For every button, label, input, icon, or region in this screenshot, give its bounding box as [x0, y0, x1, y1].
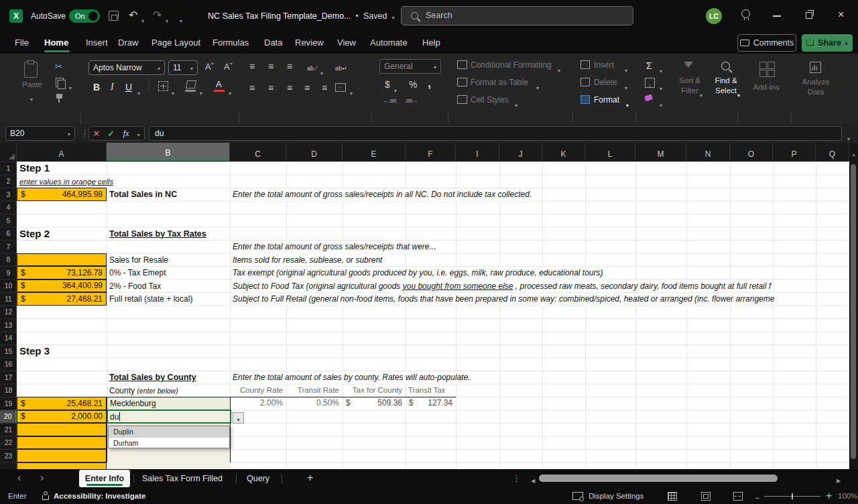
autosave-toggle[interactable]: On [69, 9, 100, 23]
format-painter-icon[interactable] [56, 94, 62, 99]
borders-icon[interactable] [158, 81, 168, 91]
cell-A23[interactable] [17, 449, 107, 462]
clear-dropdown-icon[interactable] [660, 98, 662, 110]
column-header-P[interactable]: P [773, 143, 816, 161]
cell-B24-partial[interactable] [107, 463, 230, 469]
autosum-icon[interactable]: Σ [646, 60, 652, 71]
cell-styles-dropdown-icon[interactable] [515, 98, 517, 110]
decrease-font-size-icon[interactable] [224, 62, 233, 71]
fill-color-dropdown-icon[interactable] [200, 86, 202, 98]
column-header-K[interactable]: K [542, 143, 585, 161]
autosum-dropdown-icon[interactable] [660, 64, 662, 76]
cell-A21[interactable] [17, 423, 107, 436]
row-header-13[interactable]: 13 [0, 318, 17, 332]
align-bottom-icon[interactable] [287, 62, 292, 71]
zoom-slider-knob[interactable] [792, 493, 793, 499]
close-button[interactable]: × [838, 9, 844, 21]
cell-A8[interactable] [17, 253, 107, 267]
row-header-23[interactable]: 23 [0, 449, 17, 462]
row-header-17[interactable]: 17 [0, 371, 17, 384]
currency-format-icon[interactable]: $ [385, 79, 390, 90]
share-button[interactable]: ↑ Share [802, 34, 853, 52]
cell-C11[interactable]: Subject to Full Retail (general non-food… [231, 293, 776, 306]
prev-sheet-icon[interactable] [17, 472, 21, 483]
autocomplete-option-duplin[interactable]: Duplin [109, 426, 229, 438]
cell-C8[interactable]: Items sold for resale, sublease, or subr… [231, 254, 384, 267]
row-header-12[interactable]: 12 [0, 306, 17, 319]
format-as-table-icon[interactable] [457, 78, 467, 86]
decrease-decimal-icon[interactable] [405, 95, 418, 104]
cell-C10[interactable]: Subject to Food Tax (original agricultur… [231, 280, 773, 293]
row-header-20[interactable]: 20 [0, 410, 17, 424]
redo-icon[interactable] [153, 10, 162, 21]
cell-A10[interactable]: $364,400.99 [17, 279, 107, 293]
column-header-D[interactable]: D [286, 143, 343, 161]
cell-B9[interactable]: 0% - Tax Emept [107, 267, 168, 279]
fx-dropdown-icon[interactable] [137, 127, 140, 139]
row-header-5[interactable]: 5 [0, 214, 17, 227]
tab-page-layout[interactable]: Page Layout [151, 38, 200, 48]
cell-C7[interactable]: Enter the total amount of gross sales/re… [231, 241, 438, 253]
cell-B10[interactable]: 2% - Food Tax [107, 280, 163, 293]
document-title-group[interactable]: NC Sales Tax Filing Template_Demo... • S… [208, 9, 394, 23]
format-dropdown-icon[interactable] [626, 98, 629, 110]
cell-C9[interactable]: Tax exempt (original agricultural goods … [231, 267, 605, 279]
tab-help[interactable]: Help [422, 38, 440, 48]
new-sheet-icon[interactable] [307, 472, 313, 483]
cell-A3[interactable]: $464,995.98 [17, 188, 107, 201]
cell-C17[interactable]: Enter the total amount of sales by count… [231, 371, 473, 384]
column-header-E[interactable]: E [343, 143, 406, 161]
cell-B18[interactable]: County (enter below) [107, 385, 180, 397]
cell-C19[interactable]: 2.00% [230, 397, 286, 410]
cell-A9[interactable]: $73,126.78 [17, 266, 107, 279]
font-color-dropdown-icon[interactable] [229, 86, 231, 98]
cell-A6[interactable]: Step 2 [19, 228, 52, 240]
row-header-16[interactable]: 16 [0, 358, 17, 371]
cell-styles-button[interactable]: Cell Styles [471, 95, 509, 105]
column-header-B[interactable]: B [107, 143, 230, 161]
conditional-formatting-dropdown-icon[interactable] [558, 63, 560, 75]
saved-dropdown-icon[interactable] [391, 10, 394, 22]
select-all-corner[interactable] [0, 143, 17, 161]
cell-D18[interactable]: Transit Rate [286, 384, 343, 397]
search-box[interactable]: Search [401, 6, 633, 25]
cell-C3[interactable]: Enter the total amount of gross sales/re… [231, 188, 534, 201]
copy-icon[interactable] [56, 78, 64, 87]
share-dropdown-icon[interactable] [845, 38, 848, 48]
cell-A15[interactable]: Step 3 [19, 345, 52, 357]
cell-B17[interactable]: Total Sales by County [107, 371, 198, 384]
bold-button[interactable]: B [93, 82, 100, 92]
tab-draw[interactable]: Draw [118, 38, 138, 48]
font-name-select[interactable]: Aptos Narrow [88, 60, 165, 75]
tab-home[interactable]: Home [44, 38, 68, 48]
vertical-scrollbar[interactable] [849, 143, 858, 469]
font-size-select[interactable]: 11 [168, 60, 198, 75]
column-header-J[interactable]: J [499, 143, 542, 161]
cell-B8[interactable]: Sales for Resale [107, 254, 170, 267]
formula-input[interactable]: du [149, 126, 842, 141]
display-settings-button[interactable]: Display Settings [589, 492, 644, 500]
cut-icon[interactable] [55, 62, 63, 71]
zoom-in-icon[interactable] [826, 491, 832, 501]
cell-B3[interactable]: Total Sales in NC [107, 188, 179, 201]
row-header-11[interactable]: 11 [0, 292, 17, 306]
cancel-entry-icon[interactable] [93, 127, 99, 139]
minimize-button[interactable] [773, 15, 781, 17]
format-as-table-dropdown-icon[interactable] [536, 80, 539, 92]
copy-dropdown-icon[interactable] [69, 80, 72, 92]
insert-cells-button[interactable]: Insert [594, 60, 614, 70]
cell-A11[interactable]: $27,468.21 [17, 292, 107, 306]
row-header-3[interactable]: 3 [0, 188, 17, 201]
cell-A1[interactable]: Step 1 [19, 162, 52, 174]
row-header-2[interactable]: 2 [0, 175, 17, 188]
cell-F18[interactable]: Transit Tax [406, 384, 456, 397]
row-header-7[interactable]: 7 [0, 240, 17, 253]
column-header-M[interactable]: M [635, 143, 686, 161]
underline-button[interactable]: U [125, 82, 132, 92]
row-header-18[interactable]: 18 [0, 384, 17, 397]
orientation-dropdown-icon[interactable] [320, 66, 323, 78]
row-header-9[interactable]: 9 [0, 266, 17, 279]
cell-B19[interactable]: Mecklenburg [107, 397, 230, 410]
cell-grid[interactable]: Step 1 enter values in orange cells $464… [0, 162, 849, 469]
sheet-tab-query[interactable]: Query [247, 474, 269, 483]
